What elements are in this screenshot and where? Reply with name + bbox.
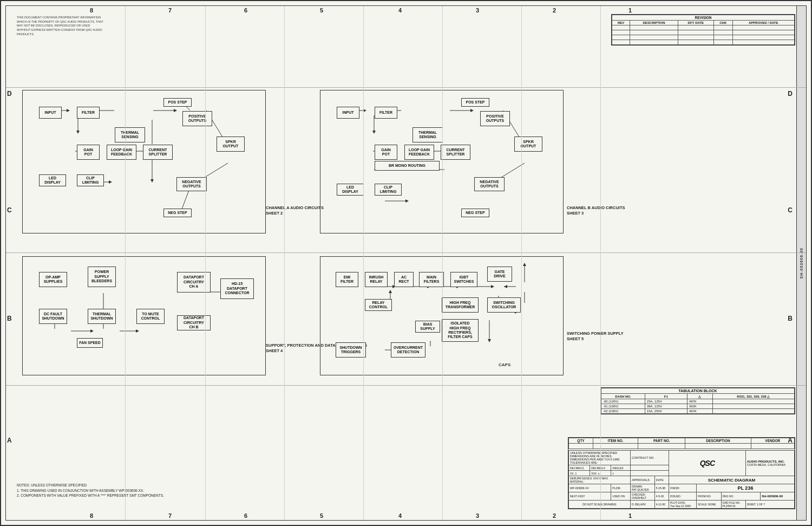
col-div-23 — [521, 6, 522, 520]
row-label-d-right: D — [788, 90, 793, 98]
side-strip: SH-003606-00 — [796, 6, 806, 520]
tab-val2-01: 392K — [687, 404, 712, 409]
row-label-c-left: C — [7, 206, 12, 214]
block-clip-limiting-b: CLIPLIMITING — [375, 184, 402, 196]
switching-power-label: SWITCHING POWER SUPPLY SHEET 5 — [567, 331, 624, 342]
block-neg-step-a: NEG STEP — [163, 209, 192, 217]
block-ac-rect: ACRECT — [394, 272, 414, 287]
block-gain-pot-a: GAINPOT — [77, 145, 100, 160]
block-shutdown-triggers: SHUTDOWNTRIGGERS — [336, 342, 366, 358]
support-protection-area: OP-AMPSUPPLIES POWERSUPPLYBLEEDERS DC FA… — [22, 256, 266, 375]
title-block: QTY ITEM NO. PART NO. DESCRIPTION VENDOR — [568, 437, 795, 509]
dash-no-header: DASH NO. — [601, 394, 645, 399]
block-led-display-a: LEDDISPLAY — [39, 174, 66, 186]
block-bias-supply: BIASSUPPLY — [415, 321, 440, 333]
tab-row-01: -01 (100V) 38A, 125V 392K — [601, 404, 795, 409]
tab-val2-00: 487K — [687, 399, 712, 404]
block-pos-step-b: POS STEP — [461, 98, 489, 107]
col-header-bottom-3: 3 — [476, 512, 479, 519]
tabulation-title: TABULATION BLOCK — [601, 388, 795, 394]
col-div-45 — [363, 6, 364, 520]
main-sheet: THIS DOCUMENT CONTAINS PROPRIETARY INFOR… — [0, 0, 812, 526]
tab-row-00: -00 (120V) 25A, 125V 487K — [601, 399, 795, 404]
tab-row-02: -02 (230V) 15A, 250V 487K — [601, 409, 795, 414]
caps-label: CAPS — [499, 362, 510, 367]
block-thermal-sensing-b: THERMALSENSING — [412, 127, 443, 142]
col-header-bottom-1: 1 — [628, 512, 632, 519]
f1-header: F1 — [645, 394, 687, 399]
block-gate-drive: GATEDRIVE — [487, 267, 512, 282]
tab-dash-00: -00 (120V) — [601, 399, 645, 404]
col-header-6: 6 — [244, 7, 247, 14]
divider-bottom — [6, 385, 806, 386]
block-clip-limiting-a: CLIPLIMITING — [77, 174, 104, 186]
row-label-d-left: D — [7, 90, 12, 98]
block-negative-outputs-b: NEGATIVEOUTPUTS — [474, 177, 505, 191]
col-header-3: 3 — [476, 7, 479, 14]
block-relay-control: RELAYCONTROL — [365, 299, 392, 311]
col-header-bottom-7: 7 — [168, 512, 172, 519]
block-high-freq-transformer: HIGH FREQTRANSFORMER — [442, 297, 479, 313]
parts-list-row — [569, 444, 795, 449]
block-input-b: INPUT — [337, 107, 359, 119]
col-div-67 — [205, 6, 206, 520]
col-header-bottom-5: 5 — [320, 512, 323, 519]
block-spkr-output-a: SPKROUTPUT — [217, 137, 245, 152]
block-br-mono-routing-b: BR MONO ROUTING — [375, 161, 440, 171]
block-power-supply-bleeders: POWERSUPPLYBLEEDERS — [88, 267, 116, 287]
rev-col-header: REV — [612, 21, 630, 25]
note-unless: NOTES: UNLESS OTHERWISE SPECIFIED — [17, 483, 164, 488]
col-header-7: 7 — [168, 7, 172, 14]
block-switching-oscillator: SWITCHINGOSCILLATOR — [487, 297, 521, 313]
row-label-c-right: C — [788, 206, 793, 214]
desc-col-header: DESCRIPTION — [630, 21, 678, 25]
block-spkr-output-b: SPKROUTPUT — [514, 137, 542, 152]
revision-row — [612, 30, 795, 35]
col-div-56 — [284, 6, 285, 520]
block-led-display-b: LEDDISPLAY — [337, 184, 364, 196]
revision-row — [612, 40, 795, 45]
block-filter-a: FILTER — [77, 107, 100, 119]
col-header-5: 5 — [320, 7, 323, 14]
col-div-34 — [442, 6, 443, 520]
tab-val1-01: 38A, 125V — [645, 404, 687, 409]
row-label-b-left: B — [7, 315, 12, 322]
approved-col-header: APPROVED / DATE — [732, 21, 794, 25]
note-1: 1. THIS DRAWING USED IN CONJUNCTION WITH… — [17, 488, 164, 493]
revision-row — [612, 25, 795, 30]
col-header-8: 8 — [90, 7, 93, 14]
channel-b-label: CHANNEL B AUDIO CIRCUITS SHEET 3 — [567, 205, 625, 216]
r321-header: R321, 322, 326, 328 △ — [712, 394, 794, 399]
block-filter-b: FILTER — [375, 107, 397, 119]
tab-val1-02: 15A, 250V — [645, 409, 687, 414]
block-hd15-connector: HD-15DATAPORTCONNECTOR — [220, 278, 254, 299]
row-label-b-right: B — [788, 315, 793, 322]
channel-a-label: CHANNEL A AUDIO CIRCUITS SHEET 2 — [266, 205, 324, 216]
col-header-bottom-8: 8 — [90, 512, 93, 519]
tab-val2-02: 487K — [687, 409, 712, 414]
col-header-bottom-2: 2 — [553, 512, 556, 519]
block-isolated-rectifiers: ISOLATEDHIGH FREQRECTIFIERS,FILTER CAPS — [442, 319, 479, 342]
block-thermal-shutdown: THERMALSHUTDOWN — [88, 309, 116, 324]
tabulation-block: TABULATION BLOCK DASH NO. F1 △ R321, 322… — [600, 387, 795, 414]
note-2: 2. COMPONENTS WITH VALUE PREFIXED WITH A… — [17, 493, 164, 498]
block-pos-step-a: POS STEP — [163, 98, 192, 107]
block-positive-outputs-a: POSITIVEOUTPUTS — [182, 111, 212, 126]
channel-b-area: INPUT FILTER THERMALSENSING POS STEP POS… — [320, 90, 564, 233]
revision-block: REVISION REV DESCRIPTION DFY DATE CHK AP… — [611, 14, 795, 46]
col-header-1: 1 — [628, 7, 632, 14]
block-neg-step-b: NEG STEP — [461, 209, 489, 217]
col-div-78 — [125, 6, 126, 520]
sheet-border: THIS DOCUMENT CONTAINS PROPRIETARY INFOR… — [5, 5, 807, 521]
block-igbt-switches: IGBTSWITCHES — [450, 272, 477, 287]
block-negative-outputs-a: NEGATIVEOUTPUTS — [176, 177, 207, 191]
block-loop-gain-b: LOOP GAINFEEDBACK — [404, 145, 434, 160]
block-overcurrent-detection: OVERCURRENTDETECTION — [391, 342, 425, 358]
block-dc-fault-shutdown: DC FAULTSHUTDOWN — [39, 309, 67, 324]
col-header-bottom-6: 6 — [244, 512, 247, 519]
block-input-a: INPUT — [39, 107, 62, 119]
col-div-12 — [600, 6, 601, 520]
block-to-mute-control: TO MUTECONTROL — [136, 309, 165, 324]
tab-dash-01: -01 (100V) — [601, 404, 645, 409]
col-header-4: 4 — [398, 7, 402, 14]
